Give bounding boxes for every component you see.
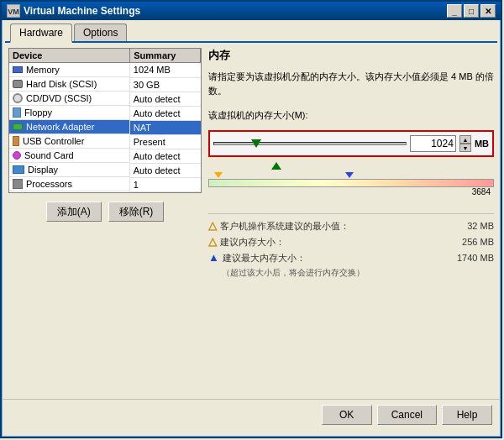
info-icon-max: ▲	[208, 251, 219, 264]
rec-note: （超过该大小后，将会进行内存交换）	[208, 267, 494, 279]
rec-value-max: 1740 MB	[444, 253, 494, 263]
recommendations-section: △ 客户机操作系统建议的最小值： 32 MB △ 建议内存大小： 256 MB …	[208, 213, 494, 279]
cdrom-icon	[13, 93, 23, 103]
device-row[interactable]: DisplayAuto detect	[9, 163, 201, 177]
mb-unit-label: MB	[475, 139, 489, 149]
network-icon	[13, 123, 23, 130]
rec-row-min: △ 客户机操作系统建议的最小值： 32 MB	[208, 219, 494, 233]
device-summary: NAT	[130, 120, 201, 134]
spinner: ▲ ▼	[459, 135, 471, 152]
tri-min-icon	[214, 172, 223, 178]
cancel-button[interactable]: Cancel	[377, 405, 437, 425]
memory-size-label: 该虚拟机的内存大小(M):	[208, 109, 494, 122]
warning-icon-min: △	[208, 219, 217, 232]
rec-label-max: 建议最大内存大小：	[223, 252, 440, 265]
tab-hardware[interactable]: Hardware	[10, 24, 72, 43]
scale-area: 3684	[208, 167, 494, 196]
add-button[interactable]: 添加(A)	[46, 202, 102, 222]
device-summary: 1024 MB	[130, 63, 201, 78]
scale-max-label: 3684	[208, 187, 494, 196]
memory-slider-container	[213, 135, 407, 152]
minimize-button[interactable]: _	[447, 4, 462, 18]
memory-value-input[interactable]	[410, 135, 456, 152]
spin-up-button[interactable]: ▲	[459, 135, 471, 144]
device-row[interactable]: Hard Disk (SCSI)30 GB	[9, 77, 201, 92]
slider-track	[213, 142, 407, 145]
rec-row-max: ▲ 建议最大内存大小： 1740 MB	[208, 251, 494, 265]
window-title: Virtual Machine Settings	[24, 5, 140, 17]
close-button[interactable]: ✕	[480, 4, 496, 18]
warning-icon-rec: △	[208, 235, 217, 248]
tab-options[interactable]: Options	[74, 24, 127, 41]
device-summary: Present	[130, 134, 201, 149]
remove-button[interactable]: 移除(R)	[108, 202, 165, 222]
spin-down-button[interactable]: ▼	[459, 144, 471, 152]
usb-icon	[13, 136, 19, 146]
maximize-button[interactable]: □	[464, 4, 479, 18]
cpu-icon	[13, 179, 23, 189]
device-row[interactable]: CD/DVD (SCSI)Auto detect	[9, 92, 201, 106]
add-remove-area: 添加(A) 移除(R)	[8, 198, 202, 225]
device-summary: Auto detect	[130, 163, 201, 177]
device-summary: Auto detect	[130, 92, 201, 106]
device-summary: 30 GB	[130, 77, 201, 92]
device-summary: Auto detect	[130, 106, 201, 120]
title-bar: VM Virtual Machine Settings _ □ ✕	[2, 2, 501, 20]
memory-scale-bar	[208, 179, 494, 187]
device-row[interactable]: Processors1	[9, 177, 201, 191]
device-row[interactable]: USB ControllerPresent	[9, 134, 201, 149]
device-row[interactable]: Memory1024 MB	[9, 63, 201, 78]
rec-value-min: 32 MB	[444, 221, 494, 231]
floppy-icon	[13, 107, 21, 118]
rec-row-recommended: △ 建议内存大小： 256 MB	[208, 235, 494, 249]
rec-label-recommended: 建议内存大小：	[220, 236, 440, 249]
sound-icon	[13, 151, 21, 160]
col-summary: Summary	[130, 49, 201, 63]
device-table: Device Summary Memory1024 MBHard Disk (S…	[9, 49, 201, 192]
rec-value-recommended: 256 MB	[444, 237, 494, 247]
memory-icon	[13, 66, 23, 73]
slider-thumb[interactable]	[251, 139, 261, 148]
tab-bar: Hardware Options	[5, 20, 497, 43]
tri-current-icon	[271, 162, 281, 170]
display-icon	[13, 165, 24, 174]
main-window: VM Virtual Machine Settings _ □ ✕ Hardwa…	[0, 0, 502, 438]
content-area: Device Summary Memory1024 MBHard Disk (S…	[2, 43, 501, 399]
ok-button[interactable]: OK	[322, 405, 372, 425]
title-bar-controls: _ □ ✕	[447, 4, 496, 18]
memory-input-row: ▲ ▼ MB	[208, 130, 494, 157]
disk-icon	[13, 80, 23, 88]
device-summary: 1	[130, 177, 201, 191]
panel-description: 请指定要为该虚拟机分配的内存大小。该内存大小值必须是 4 MB 的倍数。	[208, 70, 494, 97]
device-row[interactable]: Sound CardAuto detect	[9, 149, 201, 163]
window-icon: VM	[7, 4, 20, 18]
tri-max-icon	[345, 172, 354, 178]
device-row[interactable]: FloppyAuto detect	[9, 106, 201, 120]
right-panel: 内存 请指定要为该虚拟机分配的内存大小。该内存大小值必须是 4 MB 的倍数。 …	[208, 48, 494, 394]
device-list-panel: Device Summary Memory1024 MBHard Disk (S…	[8, 48, 202, 193]
col-device: Device	[9, 49, 130, 63]
rec-label-min: 客户机操作系统建议的最小值：	[220, 220, 440, 233]
device-row[interactable]: Network AdapterNAT	[9, 120, 201, 134]
help-button[interactable]: Help	[442, 405, 492, 425]
bottom-bar: OK Cancel Help	[2, 399, 501, 430]
panel-title: 内存	[208, 48, 494, 63]
device-summary: Auto detect	[130, 149, 201, 163]
